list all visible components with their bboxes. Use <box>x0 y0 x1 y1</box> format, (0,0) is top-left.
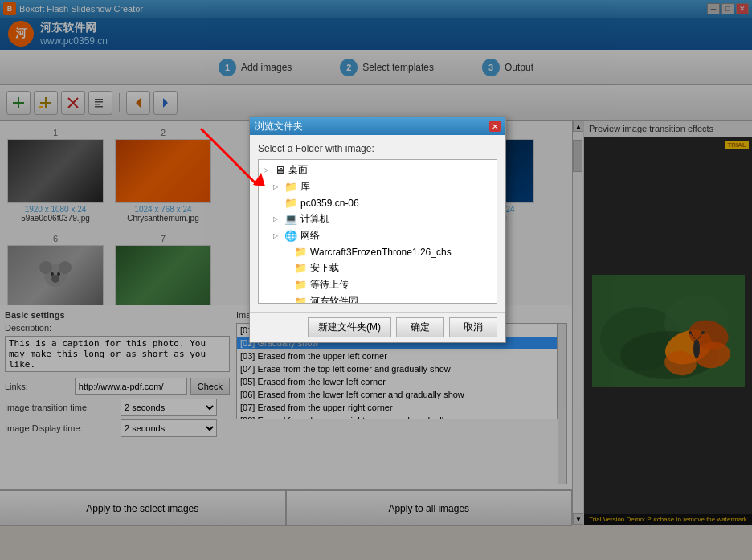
tree-arrow-computer: ▷ <box>273 215 281 223</box>
tree-icon-pending: 📁 <box>294 279 307 291</box>
dialog-actions: 新建文件夹(M) 确定 取消 <box>250 312 505 342</box>
tree-icon-computer: 💻 <box>284 213 297 225</box>
dialog-body: Select a Folder with image: ▷ 🖥 桌面 ▷ 📁 库 <box>250 135 505 312</box>
browse-folder-dialog: 浏览文件夹 ✕ Select a Folder with image: ▷ 🖥 … <box>249 116 506 343</box>
tree-icon-library: 📁 <box>284 181 297 193</box>
tree-arrow-pc0359 <box>273 199 281 206</box>
tree-arrow-network: ▷ <box>273 232 281 239</box>
tree-label-computer: 计算机 <box>300 212 329 226</box>
tree-icon-download: 📁 <box>294 262 307 274</box>
tree-item-computer[interactable]: ▷ 💻 计算机 <box>260 211 495 227</box>
tree-icon-desktop: 🖥 <box>275 164 285 176</box>
tree-item-hdsoftpark[interactable]: 📁 河东软件园 <box>260 293 495 304</box>
tree-item-pending[interactable]: 📁 等待上传 <box>260 276 495 293</box>
tree-arrow-library: ▷ <box>273 183 281 190</box>
dialog-titlebar: 浏览文件夹 ✕ <box>250 117 505 135</box>
dialog-close-button[interactable]: ✕ <box>489 121 501 132</box>
tree-label-download: 安下载 <box>310 261 339 275</box>
tree-label-warcraft: Warcraft3FrozenThrone1.26_chs <box>310 247 452 258</box>
ok-button[interactable]: 确定 <box>396 317 444 337</box>
tree-label-pending: 等待上传 <box>310 278 349 292</box>
tree-arrow-pending <box>283 281 291 288</box>
tree-item-warcraft[interactable]: 📁 Warcraft3FrozenThrone1.26_chs <box>260 244 495 260</box>
tree-icon-warcraft: 📁 <box>294 246 307 258</box>
tree-item-download[interactable]: 📁 安下载 <box>260 260 495 276</box>
tree-item-library[interactable]: ▷ 📁 库 <box>260 178 495 195</box>
tree-icon-network: 🌐 <box>284 230 297 242</box>
tree-label-pc0359: pc0359.cn-06 <box>300 198 359 209</box>
new-folder-button[interactable]: 新建文件夹(M) <box>308 317 391 337</box>
tree-arrow-warcraft <box>283 248 291 255</box>
tree-item-pc0359[interactable]: 📁 pc0359.cn-06 <box>260 195 495 211</box>
tree-arrow-desktop: ▷ <box>264 166 272 174</box>
cancel-button[interactable]: 取消 <box>449 317 497 337</box>
tree-icon-hdsoftpark: 📁 <box>294 296 307 304</box>
tree-label-library: 库 <box>300 180 310 194</box>
tree-label-network: 网络 <box>300 229 320 243</box>
tree-item-desktop[interactable]: ▷ 🖥 桌面 <box>260 161 495 178</box>
tree-arrow-hdsoftpark <box>283 298 291 304</box>
tree-label-hdsoftpark: 河东软件园 <box>310 295 358 304</box>
tree-item-network[interactable]: ▷ 🌐 网络 <box>260 227 495 244</box>
tree-arrow-download <box>283 264 291 272</box>
folder-tree[interactable]: ▷ 🖥 桌面 ▷ 📁 库 📁 pc0359.cn-06 <box>258 159 497 304</box>
dialog-instruction: Select a Folder with image: <box>258 143 497 154</box>
dialog-overlay: 浏览文件夹 ✕ Select a Folder with image: ▷ 🖥 … <box>0 0 752 560</box>
tree-icon-pc0359: 📁 <box>284 197 297 209</box>
tree-label-desktop: 桌面 <box>288 163 308 177</box>
dialog-title: 浏览文件夹 <box>255 120 303 133</box>
